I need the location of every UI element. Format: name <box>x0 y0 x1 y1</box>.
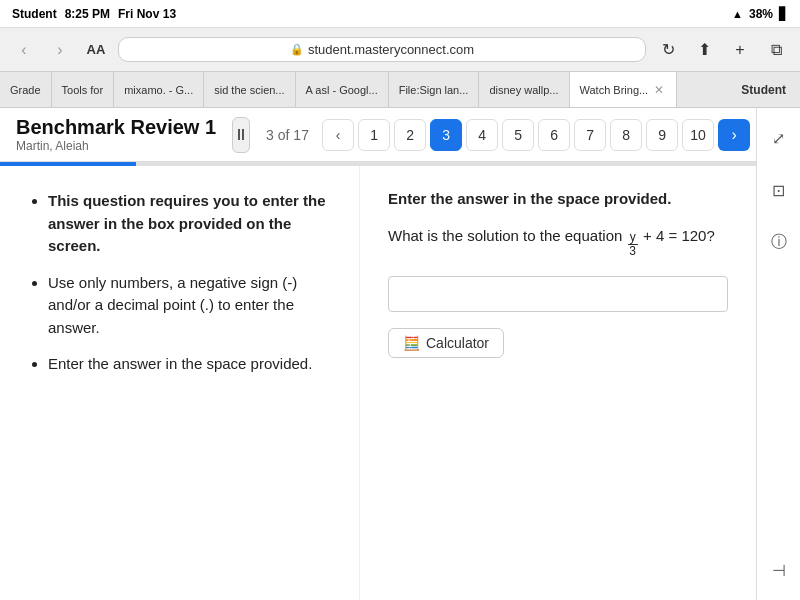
main-area: Benchmark Review 1 Martin, Aleiah ⏸ 3 of… <box>0 108 756 600</box>
instruction-2: Use only numbers, a negative sign (-) an… <box>48 272 331 340</box>
page-6-button[interactable]: 6 <box>538 119 570 151</box>
app-name-label: Student <box>12 7 57 21</box>
tab-filesign-label: File:Sign lan... <box>399 84 469 96</box>
quiz-title-block: Benchmark Review 1 Martin, Aleiah <box>16 116 216 153</box>
question-layout: This question requires you to enter the … <box>0 166 756 600</box>
reload-button[interactable]: ↻ <box>654 36 682 64</box>
question-text-after: + 4 = 120? <box>643 227 715 244</box>
page-indicator: 3 of 17 <box>266 127 314 143</box>
url-text: student.masteryconnect.com <box>308 42 474 57</box>
next-page-button[interactable]: › <box>718 119 750 151</box>
back-button[interactable]: ‹ <box>10 36 38 64</box>
status-right: ▲ 38% ▋ <box>732 7 788 21</box>
quiz-title: Benchmark Review 1 <box>16 116 216 139</box>
math-expression: y 3 <box>626 231 639 258</box>
tab-asl[interactable]: A asl - Googl... <box>296 72 389 107</box>
page-2-button[interactable]: 2 <box>394 119 426 151</box>
question-text: What is the solution to the equation y 3… <box>388 227 728 258</box>
page-3-button[interactable]: 3 <box>430 119 462 151</box>
fraction-numerator: y <box>628 231 638 245</box>
tab-watchbring[interactable]: Watch Bring... ✕ <box>570 72 678 107</box>
reader-mode-button[interactable]: AA <box>82 36 110 64</box>
calculator-label: Calculator <box>426 335 489 351</box>
info-button[interactable]: ⓘ <box>761 224 797 260</box>
instruction-1: This question requires you to enter the … <box>48 190 331 258</box>
expand-button[interactable]: ⤢ <box>761 120 797 156</box>
math-fraction: y 3 <box>627 231 638 258</box>
battery-icon: ▋ <box>779 7 788 21</box>
battery-label: 38% <box>749 7 773 21</box>
right-sidebar: ⤢ ⊡ ⓘ ⊣ <box>756 108 800 600</box>
instructions-panel: This question requires you to enter the … <box>0 166 360 600</box>
tab-asl-label: A asl - Googl... <box>306 84 378 96</box>
tabs-button[interactable]: ⧉ <box>762 36 790 64</box>
pause-button[interactable]: ⏸ <box>232 117 250 153</box>
tab-mixamo-label: mixamo. - G... <box>124 84 193 96</box>
tab-sid[interactable]: sid the scien... <box>204 72 295 107</box>
calculator-button[interactable]: 🧮 Calculator <box>388 328 504 358</box>
date-label: Fri Nov 13 <box>118 7 176 21</box>
quiz-header: Benchmark Review 1 Martin, Aleiah ⏸ 3 of… <box>0 108 756 162</box>
tab-watchbring-label: Watch Bring... <box>580 84 649 96</box>
tab-disney-label: disney wallp... <box>489 84 558 96</box>
browser-chrome: ‹ › AA 🔒 student.masteryconnect.com ↻ ⬆ … <box>0 28 800 72</box>
app-content: Benchmark Review 1 Martin, Aleiah ⏸ 3 of… <box>0 108 800 600</box>
tab-tools-label: Tools for <box>62 84 104 96</box>
question-panel: Enter the answer in the space provided. … <box>360 166 756 600</box>
lock-icon: 🔒 <box>290 43 304 56</box>
tab-sid-label: sid the scien... <box>214 84 284 96</box>
url-bar[interactable]: 🔒 student.masteryconnect.com <box>118 37 646 62</box>
add-tab-button[interactable]: + <box>726 36 754 64</box>
tab-tools[interactable]: Tools for <box>52 72 115 107</box>
calculator-icon: 🧮 <box>403 335 420 351</box>
wifi-icon: ▲ <box>732 8 743 20</box>
status-left: Student 8:25 PM Fri Nov 13 <box>12 7 176 21</box>
page-8-button[interactable]: 8 <box>610 119 642 151</box>
fraction-denominator: 3 <box>627 245 638 258</box>
quiz-student-name: Martin, Aleiah <box>16 139 216 153</box>
pagination-area: 3 of 17 ‹ 1 2 3 4 5 6 7 8 9 10 › <box>266 119 750 151</box>
page-1-button[interactable]: 1 <box>358 119 390 151</box>
question-prompt: Enter the answer in the space provided. <box>388 190 728 207</box>
time-label: 8:25 PM <box>65 7 110 21</box>
tab-grade-label: Grade <box>10 84 41 96</box>
student-tab[interactable]: Student <box>727 72 800 107</box>
page-7-button[interactable]: 7 <box>574 119 606 151</box>
photo-icon: ⊡ <box>772 181 785 200</box>
info-icon: ⓘ <box>771 232 787 253</box>
tab-close-icon[interactable]: ✕ <box>652 83 666 97</box>
page-5-button[interactable]: 5 <box>502 119 534 151</box>
page-4-button[interactable]: 4 <box>466 119 498 151</box>
tab-mixamo[interactable]: mixamo. - G... <box>114 72 204 107</box>
share-button[interactable]: ⬆ <box>690 36 718 64</box>
tab-grade[interactable]: Grade <box>0 72 52 107</box>
question-text-before: What is the solution to the equation <box>388 227 622 244</box>
expand-icon: ⤢ <box>772 129 785 148</box>
instructions-list: This question requires you to enter the … <box>28 190 331 376</box>
forward-button[interactable]: › <box>46 36 74 64</box>
browser-tabs: Grade Tools for mixamo. - G... sid the s… <box>0 72 800 108</box>
prev-page-button[interactable]: ‹ <box>322 119 354 151</box>
tab-filesign[interactable]: File:Sign lan... <box>389 72 480 107</box>
collapse-icon: ⊣ <box>772 561 786 580</box>
status-bar: Student 8:25 PM Fri Nov 13 ▲ 38% ▋ <box>0 0 800 28</box>
page-10-button[interactable]: 10 <box>682 119 714 151</box>
tab-disney[interactable]: disney wallp... <box>479 72 569 107</box>
photo-button[interactable]: ⊡ <box>761 172 797 208</box>
page-9-button[interactable]: 9 <box>646 119 678 151</box>
instruction-3: Enter the answer in the space provided. <box>48 353 331 376</box>
answer-input[interactable] <box>388 276 728 312</box>
collapse-button[interactable]: ⊣ <box>761 552 797 588</box>
sidebar-bottom: ⊣ <box>761 552 797 588</box>
